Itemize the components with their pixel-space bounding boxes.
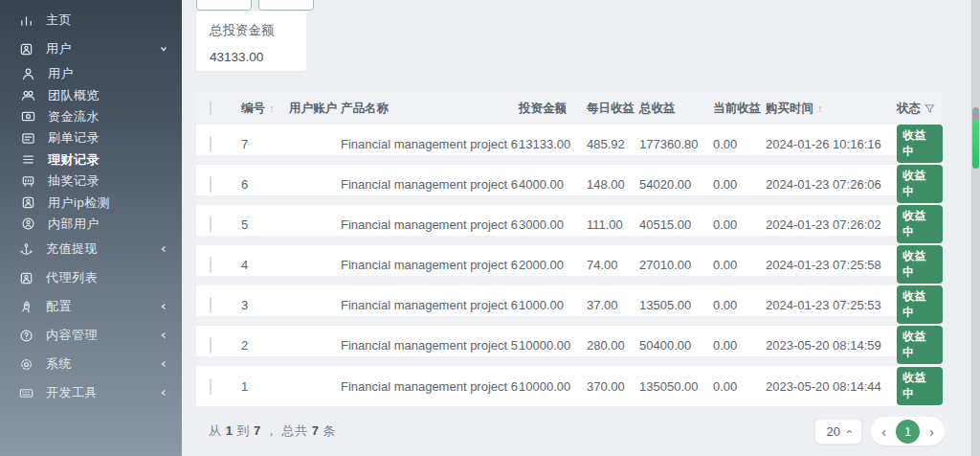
row-checkbox[interactable] <box>210 136 212 152</box>
scrollbar-thumb[interactable] <box>972 107 979 169</box>
page-size-select[interactable]: 20 › <box>814 419 862 445</box>
cell-total: 135050.00 <box>639 379 713 394</box>
toolbar-button-2[interactable] <box>258 0 314 11</box>
column-header-account: 用户账户 <box>289 101 341 117</box>
cell-current: 0.00 <box>713 177 766 192</box>
sidebar-item-users-group[interactable]: 用户 <box>0 34 182 63</box>
cell-product: Financial management project 6 <box>341 137 519 151</box>
finance-records-table: 编号 ↑ 用户账户 产品名称 投资金额 每日收益 总收益 当前收益 购买时间 ↑… <box>196 92 943 406</box>
cell-time: 2024-01-23 07:26:06 <box>766 177 897 192</box>
current-page-button[interactable]: 1 <box>896 420 920 444</box>
column-header-status: 状态 <box>897 101 943 117</box>
cell-time: 2023-05-20 08:14:59 <box>766 338 897 353</box>
cell-product: Financial management project 6 <box>341 258 519 272</box>
select-all-checkbox[interactable] <box>210 101 212 116</box>
table-row[interactable]: 1 Financial management project 6 10000.0… <box>196 366 943 406</box>
sidebar-item-label: 代理列表 <box>46 269 168 286</box>
cell-total: 13505.00 <box>639 298 713 312</box>
toolbar <box>196 0 314 11</box>
cell-daily: 111.00 <box>587 217 639 232</box>
cell-id: 6 <box>241 177 289 192</box>
cell-time: 2024-01-23 07:25:58 <box>766 258 897 272</box>
column-header-daily: 每日收益 <box>587 101 639 117</box>
sidebar-item-dev-tools[interactable]: 开发工具 <box>0 378 182 407</box>
sidebar-item-label: 内部用户 <box>48 216 168 233</box>
sidebar-item-label: 主页 <box>46 11 168 29</box>
row-checkbox[interactable] <box>210 378 212 395</box>
cell-id: 1 <box>241 379 289 394</box>
chevron-left-icon <box>159 388 168 398</box>
sidebar-item-deposit-withdraw[interactable]: 充值提现 <box>0 235 182 263</box>
row-checkbox[interactable] <box>210 257 212 273</box>
column-header-amount: 投资金额 <box>519 101 587 117</box>
sidebar-item-system[interactable]: 系统 <box>0 350 182 378</box>
cell-id: 5 <box>241 217 289 232</box>
sidebar-item-fund-flow[interactable]: 资金流水 <box>0 106 182 127</box>
cell-current: 0.00 <box>713 217 766 232</box>
cell-daily: 74.00 <box>587 258 639 272</box>
sort-asc-icon[interactable]: ↑ <box>817 103 823 114</box>
prev-page-button[interactable]: ‹ <box>880 423 888 440</box>
sidebar-item-user-ip-check[interactable]: 用户ip检测 <box>0 192 182 213</box>
sidebar-item-user[interactable]: 用户 <box>0 63 182 84</box>
question-icon <box>19 329 33 343</box>
sidebar-item-config[interactable]: 配置 <box>0 292 182 321</box>
sidebar-item-content-management[interactable]: 内容管理 <box>0 321 182 350</box>
user-badge-icon <box>19 42 33 57</box>
cell-time: 2024-01-23 07:25:53 <box>766 298 897 312</box>
column-header-time[interactable]: 购买时间 ↑ <box>766 101 897 117</box>
toolbar-button-1[interactable] <box>196 0 252 11</box>
sidebar-item-label: 理财记录 <box>48 151 168 169</box>
sidebar-item-label: 团队概览 <box>48 87 168 104</box>
sort-asc-icon[interactable]: ↑ <box>269 103 275 114</box>
sidebar-item-lottery-records[interactable]: 抽奖记录 <box>0 171 182 192</box>
cell-current: 0.00 <box>713 338 766 353</box>
cell-amount: 10000.00 <box>519 338 587 353</box>
cell-id: 3 <box>241 298 289 312</box>
row-checkbox[interactable] <box>210 337 212 353</box>
table-row[interactable]: 4 Financial management project 6 2000.00… <box>196 245 943 285</box>
table-row[interactable]: 7 Financial management project 6 13133.0… <box>196 125 943 165</box>
scrollbar-track[interactable] <box>971 0 980 456</box>
cell-total: 27010.00 <box>639 258 713 272</box>
table-row[interactable]: 5 Financial management project 6 3000.00… <box>196 205 943 245</box>
order-record-icon <box>21 131 35 146</box>
records-summary: 从 1 到 7 ， 总共 7 条 <box>196 422 336 440</box>
cell-total: 40515.00 <box>639 217 713 232</box>
cell-product: Financial management project 6 <box>341 177 519 192</box>
cell-total: 177360.80 <box>639 137 713 151</box>
sidebar-item-internal-users[interactable]: 内部用户 <box>0 214 182 235</box>
cell-product: Financial management project 6 <box>341 298 519 312</box>
sidebar-item-order-records[interactable]: 刷单记录 <box>0 127 182 148</box>
internal-user-icon <box>21 217 35 231</box>
sidebar-item-label: 刷单记录 <box>48 129 168 147</box>
team-icon <box>21 88 35 103</box>
cell-total: 54020.00 <box>639 177 713 192</box>
sidebar-item-team-overview[interactable]: 团队概览 <box>0 84 182 105</box>
sidebar-item-finance-records[interactable]: 理财记录 <box>0 149 182 171</box>
row-checkbox[interactable] <box>210 297 212 313</box>
row-checkbox[interactable] <box>210 217 212 233</box>
column-header-total: 总收益 <box>639 101 713 117</box>
row-checkbox[interactable] <box>210 176 212 193</box>
cell-current: 0.00 <box>713 298 766 312</box>
table-row[interactable]: 6 Financial management project 6 4000.00… <box>196 165 943 205</box>
lottery-icon <box>21 174 35 189</box>
status-badge: 收益中 <box>897 326 943 364</box>
next-page-button[interactable]: › <box>927 423 936 440</box>
total-investment-card: 总投资金额 43133.00 <box>196 11 306 71</box>
filter-funnel-icon[interactable] <box>924 103 935 114</box>
sidebar-item-agent-list[interactable]: 代理列表 <box>0 263 182 292</box>
table-row[interactable]: 3 Financial management project 6 1000.00… <box>196 285 943 326</box>
cell-amount: 4000.00 <box>519 177 587 192</box>
anchor-icon <box>19 242 33 257</box>
column-header-id[interactable]: 编号 ↑ <box>241 101 289 117</box>
sidebar-item-home[interactable]: 主页 <box>0 6 182 34</box>
status-badge: 收益中 <box>897 165 943 203</box>
table-footer: 从 1 到 7 ， 总共 7 条 20 › ‹ 1 › <box>196 406 945 456</box>
table-row[interactable]: 2 Financial management project 5 10000.0… <box>196 326 943 366</box>
user-ip-icon <box>21 195 35 210</box>
cell-amount: 1000.00 <box>519 298 587 312</box>
sidebar-item-label: 充值提现 <box>46 240 159 258</box>
cell-amount: 3000.00 <box>519 217 587 232</box>
